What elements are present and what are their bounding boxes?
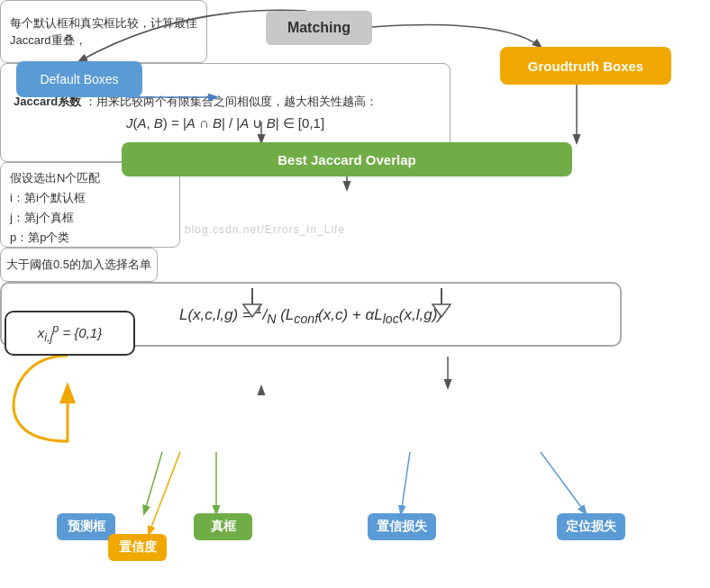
xij-formula: xi,jp = {0,1} <box>38 322 102 344</box>
default-boxes: Default Boxes <box>16 61 142 97</box>
true-frame-label-box: 真框 <box>194 513 252 540</box>
groundtruth-boxes: Groudtruth Boxes <box>500 47 671 85</box>
loc-loss-label: 定位损失 <box>566 519 616 533</box>
watermark: blog.csdn.net/Errors_In_Life <box>185 223 345 236</box>
matching-label: Matching <box>287 20 350 36</box>
threshold-text: 大于阈值0.5的加入选择名单 <box>6 257 151 273</box>
conf-loss-label: 置信损失 <box>377 519 427 533</box>
confidence-label: 置信度 <box>119 539 157 554</box>
conf-loss-label-box: 置信损失 <box>368 513 436 540</box>
default-boxes-label: Default Boxes <box>40 72 118 86</box>
groundtruth-boxes-label: Groudtruth Boxes <box>528 59 643 74</box>
best-jaccard-box: Best Jaccard Overlap <box>122 142 572 176</box>
jaccard-formula: J(A, B) = |A ∩ B| / |A ∪ B| ∈ [0,1] <box>14 115 437 131</box>
pred-frame-label-box: 预测框 <box>57 513 115 540</box>
loss-formula: L(x,c,l,g) = 1/N (Lconf(x,c) + αLloc(x,l… <box>179 302 442 326</box>
pred-frame-label: 预测框 <box>68 519 105 533</box>
threshold-box: 大于阈值0.5的加入选择名单 <box>0 248 158 282</box>
selector-text: 假设选出N个匹配 i：第i个默认框 j：第j个真框 p：第p个类 <box>10 168 170 248</box>
desc-text: 每个默认框和真实框比较，计算最佳Jaccard重叠， <box>10 14 197 50</box>
confidence-label-box: 置信度 <box>108 534 167 561</box>
true-frame-label: 真框 <box>211 519 236 533</box>
loc-loss-label-box: 定位损失 <box>557 513 625 540</box>
matching-box: Matching <box>266 11 372 45</box>
description-box: 每个默认框和真实框比较，计算最佳Jaccard重叠， <box>0 0 207 63</box>
best-jaccard-label: Best Jaccard Overlap <box>278 152 415 167</box>
xij-formula-box: xi,jp = {0,1} <box>5 311 135 356</box>
